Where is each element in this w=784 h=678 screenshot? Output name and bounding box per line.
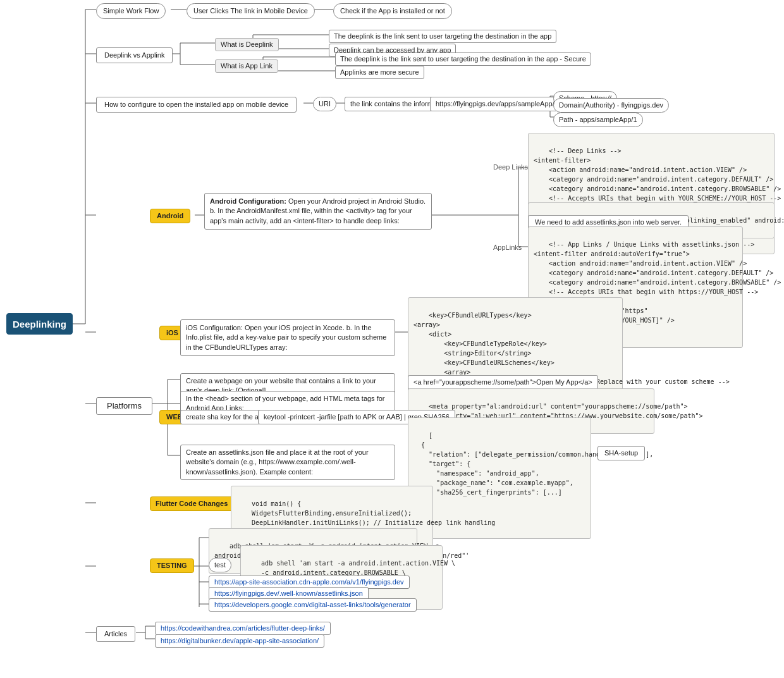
- deeplink-vs-applink-box: Deeplink vs Applink: [96, 47, 173, 63]
- android-label: Android: [150, 209, 190, 223]
- ios-config-box: iOS Configuration: Open your iOS project…: [180, 319, 395, 356]
- platforms-box: Platforms: [96, 397, 152, 415]
- what-is-applink-box: What is App Link: [215, 59, 278, 73]
- applink-desc2: Applinks are more secure: [335, 66, 424, 79]
- simple-workflow-box: Simple Work Flow: [96, 3, 166, 19]
- assetlinks-desc: Create an assetlinks.json file and place…: [180, 445, 395, 480]
- flutter-label: Flutter Code Changes: [150, 496, 233, 511]
- applink-desc1: The deeplink is the link sent to user ta…: [335, 52, 591, 66]
- deep-links-label: Deep Links: [493, 163, 528, 171]
- uri-example-box: https://flyingpigs.dev/apps/sampleApp/1: [430, 97, 564, 111]
- applinks-label: AppLinks: [493, 243, 522, 251]
- article-link2[interactable]: https://digitalbunker.dev/apple-app-site…: [155, 634, 324, 648]
- user-clicks-box: User Clicks The link in Mobile Device: [187, 3, 315, 19]
- uri-box: URI: [313, 97, 336, 111]
- android-config-box: Android Configuration: Open your Android…: [204, 193, 432, 230]
- article-link1[interactable]: https://codewithandrea.com/articles/flut…: [155, 622, 331, 635]
- domain-box: Domain(Authority) - flyingpigs.dev: [553, 98, 669, 113]
- check-app-box: Check if the App is installed or not: [333, 3, 452, 19]
- testing-label: TESTING: [150, 558, 194, 573]
- how-to-configure-box: How to configure to open the installed a…: [96, 97, 297, 113]
- deeplink-desc1: The deeplink is the link sent to user ta…: [329, 30, 556, 43]
- testing-url3[interactable]: https://developers.google.com/digital-as…: [209, 598, 417, 612]
- path-box: Path - apps/sampleApp/1: [553, 113, 643, 127]
- sha-setup-box: SHA-setup: [597, 446, 645, 460]
- test-label: test: [209, 558, 231, 572]
- what-is-deeplink-box: What is Deeplink: [215, 38, 279, 51]
- webpage-link: <a href="yourappscheme://some/path">Open…: [408, 375, 598, 390]
- main-label: Deeplinking: [6, 313, 73, 335]
- articles-box: Articles: [96, 626, 135, 642]
